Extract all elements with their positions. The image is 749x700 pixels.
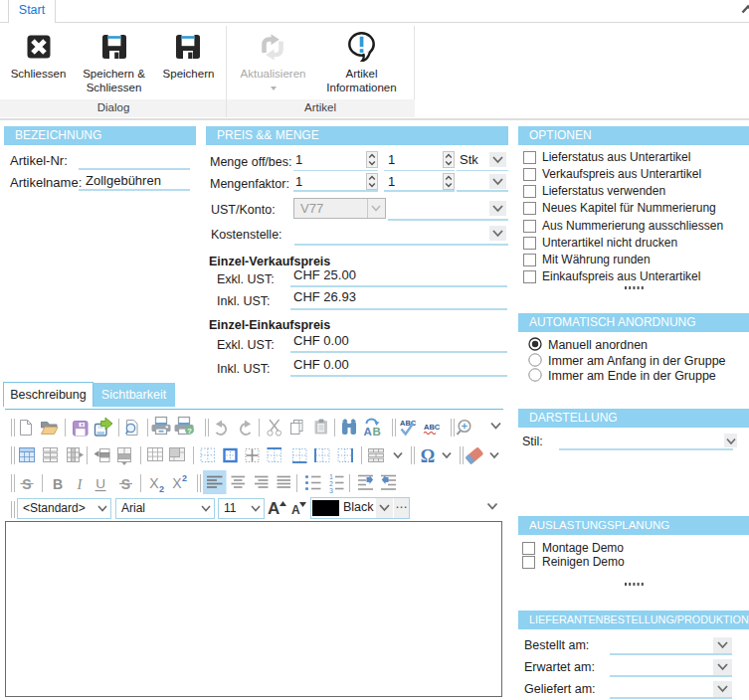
svg-text:Ω: Ω [421, 446, 435, 466]
svg-text:B: B [373, 426, 381, 438]
svg-text:A: A [364, 426, 372, 438]
svg-text:1: 1 [329, 473, 333, 480]
svg-text:X: X [172, 475, 182, 491]
svg-text:I: I [77, 476, 84, 492]
svg-text:ABC: ABC [424, 423, 441, 432]
svg-text:U: U [95, 476, 105, 491]
svg-text:2: 2 [329, 480, 333, 487]
svg-text:?: ? [187, 427, 192, 436]
svg-text:2: 2 [159, 484, 164, 494]
svg-text:X: X [149, 475, 159, 491]
svg-text:ABC: ABC [400, 419, 417, 428]
svg-text:2: 2 [182, 473, 187, 483]
svg-text:B: B [53, 476, 63, 492]
svg-text:3: 3 [329, 487, 333, 494]
